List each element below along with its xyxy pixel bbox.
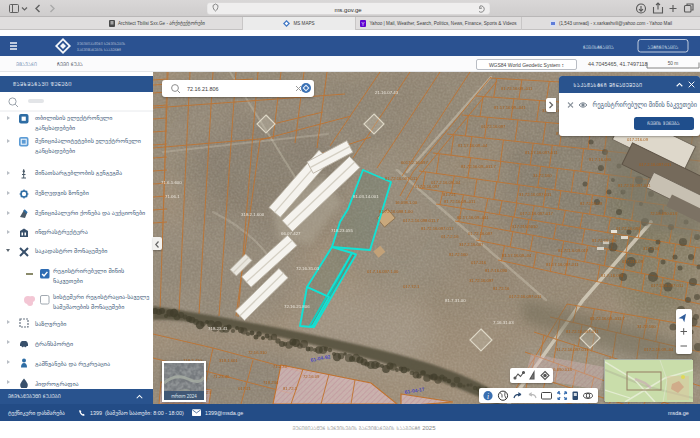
svg-text:81.72.1: 81.72.1 bbox=[283, 386, 298, 391]
svg-text:81.721.6.09.017: 81.721.6.09.017 bbox=[558, 248, 589, 253]
svg-text:81.72.16: 81.72.16 bbox=[493, 286, 510, 291]
svg-text:318.1.601: 318.1.601 bbox=[219, 358, 238, 363]
svg-text:ms.gov.ge: ms.gov.ge bbox=[334, 7, 362, 13]
svg-text:017.21: 017.21 bbox=[238, 386, 251, 391]
svg-text:81.7.31.00: 81.7.31.00 bbox=[445, 298, 466, 303]
svg-text:ᲒᲐᲜᲕᲘᲗᲐᲠᲔᲑᲘᲡ ᲡᲐᲐᲒᲔᲜᲢᲝ: ᲒᲐᲜᲕᲘᲗᲐᲠᲔᲑᲘᲡ ᲡᲐᲐᲒᲔᲜᲢᲝ bbox=[77, 47, 121, 52]
svg-text:81.17.16.09.-041: 81.17.16.09.-041 bbox=[494, 105, 526, 110]
svg-text:16.098.1.00: 16.098.1.00 bbox=[395, 200, 418, 205]
svg-text:7.16.31.03: 7.16.31.03 bbox=[493, 320, 514, 325]
svg-text:81.7.16.090: 81.7.16.090 bbox=[589, 157, 612, 162]
svg-text:017.216: 017.216 bbox=[471, 260, 487, 265]
svg-text:81.72.16.09.-011.7: 81.72.16.09.-011.7 bbox=[590, 316, 626, 321]
svg-text:ორთო 2024: ორთო 2024 bbox=[171, 393, 197, 399]
svg-text:31.72.16.097: 31.72.16.097 bbox=[469, 278, 494, 283]
svg-text:ᲛᲣᲜᲘᲪᲘᲞᲐᲚᲣᲠᲘ ᲡᲔᲠᲕᲘᲡᲔᲑᲘᲡ: ᲛᲣᲜᲘᲪᲘᲞᲐᲚᲣᲠᲘ ᲡᲔᲠᲕᲘᲡᲔᲑᲘᲡ bbox=[77, 41, 125, 46]
svg-text:718.234: 718.234 bbox=[263, 380, 279, 385]
svg-text:81.72.16.097-011: 81.72.16.097-011 bbox=[566, 329, 599, 334]
svg-text:72.16.09: 72.16.09 bbox=[303, 374, 320, 379]
svg-text:81.72.16.09.-011: 81.72.16.09.-011 bbox=[444, 199, 476, 204]
svg-text:017.216.09: 017.216.09 bbox=[622, 259, 644, 264]
svg-text:81.72.16.09.-011: 81.72.16.09.-011 bbox=[501, 86, 533, 91]
svg-text:017.216.09: 017.216.09 bbox=[627, 137, 649, 142]
svg-text:21.16.07.43: 21.16.07.43 bbox=[375, 90, 399, 95]
svg-text:81.72.16.097.017: 81.72.16.097.017 bbox=[421, 226, 454, 231]
svg-text:71.06.1: 71.06.1 bbox=[165, 194, 180, 199]
svg-text:81.17.16.09.-041: 81.17.16.09.-041 bbox=[457, 215, 489, 220]
svg-text:31.72.160: 31.72.160 bbox=[637, 324, 656, 329]
svg-text:71.23.40: 71.23.40 bbox=[213, 374, 230, 379]
svg-text:81.72.160: 81.72.160 bbox=[449, 252, 468, 257]
svg-text:01.72.16.090: 01.72.16.090 bbox=[616, 226, 641, 231]
svg-text:81.72.16.098.1.00: 81.72.16.098.1.00 bbox=[379, 209, 413, 214]
svg-text:01.72.16.097: 01.72.16.097 bbox=[468, 231, 493, 236]
svg-text:72.16.090.014: 72.16.090.014 bbox=[650, 211, 677, 216]
svg-text:31.72.160: 31.72.160 bbox=[533, 173, 552, 178]
svg-text:718.23.41: 718.23.41 bbox=[208, 326, 228, 331]
svg-text:718.23.055: 718.23.055 bbox=[331, 228, 354, 233]
svg-text:01.7.2.16: 01.7.2.16 bbox=[441, 234, 459, 239]
svg-text:317.215.6010: 317.215.6010 bbox=[512, 224, 538, 229]
svg-text:017.2.16.097: 017.2.16.097 bbox=[415, 184, 440, 189]
svg-text:81.03.14.001: 81.03.14.001 bbox=[353, 194, 379, 199]
svg-text:017.2.16.097.011: 017.2.16.097.011 bbox=[651, 283, 684, 288]
svg-text:72.16.31.03: 72.16.31.03 bbox=[296, 266, 320, 271]
svg-text:6017.2.16.097: 6017.2.16.097 bbox=[401, 160, 428, 165]
svg-text:317.2.16: 317.2.16 bbox=[643, 246, 660, 251]
svg-text:81.17.16.097-011: 81.17.16.097-011 bbox=[525, 150, 558, 155]
svg-text:81.17.16.097-011: 81.17.16.097-011 bbox=[546, 262, 579, 267]
svg-text:81.72.16.09.-011.7: 81.72.16.09.-011.7 bbox=[461, 164, 497, 169]
svg-text:01.7.16.097.1.00: 01.7.16.097.1.00 bbox=[367, 269, 399, 274]
svg-text:72.16.21.806: 72.16.21.806 bbox=[187, 85, 218, 91]
svg-text:81.7.16.090: 81.7.16.090 bbox=[601, 273, 624, 278]
svg-text:81.7.16.090: 81.7.16.090 bbox=[485, 268, 508, 273]
svg-text:017.2.16.09.-04: 017.2.16.09.-04 bbox=[644, 347, 674, 352]
svg-text:017.2.16.097.011: 017.2.16.097.011 bbox=[509, 294, 542, 299]
svg-text:81.17.16.09.-04: 81.17.16.09.-04 bbox=[502, 253, 532, 258]
svg-text:31.72.16.097.011: 31.72.16.097.011 bbox=[519, 192, 552, 197]
svg-text:72.16.310: 72.16.310 bbox=[248, 350, 267, 355]
svg-text:ᲠᲔᲒᲘᲡᲢᲠᲐᲪᲘᲐ: ᲠᲔᲒᲘᲡᲢᲠᲐᲪᲘᲐ bbox=[583, 44, 614, 50]
svg-text:ᲐᲕᲢᲝᲠᲘᲖᲐᲪᲘᲐ: ᲐᲕᲢᲝᲠᲘᲖᲐᲪᲘᲐ bbox=[648, 44, 679, 50]
svg-text:017.2.16.098.011.7: 017.2.16.098.011.7 bbox=[403, 218, 439, 223]
svg-text:81.17.16.09.-04: 81.17.16.09.-04 bbox=[458, 143, 488, 148]
svg-text:017.2.16.097.011: 017.2.16.097.011 bbox=[639, 162, 672, 167]
svg-text:72.16.21.806: 72.16.21.806 bbox=[284, 304, 310, 309]
svg-text:81.72.16.097-011: 81.72.16.097-011 bbox=[618, 183, 651, 188]
svg-text:017.72.1: 017.72.1 bbox=[403, 284, 420, 289]
svg-text:i: i bbox=[487, 391, 489, 400]
svg-text:50 m: 50 m bbox=[668, 61, 679, 66]
svg-text:017.2.16.097-017: 017.2.16.097-017 bbox=[520, 211, 554, 216]
svg-text:318.2.1.600: 318.2.1.600 bbox=[241, 212, 265, 217]
svg-text:01.72.16.097: 01.72.16.097 bbox=[481, 124, 506, 129]
svg-text:31.72.16.097.011: 31.72.16.097.011 bbox=[556, 347, 589, 352]
svg-text:66.07.427: 66.07.427 bbox=[281, 231, 301, 236]
svg-text:71.6.1.600: 71.6.1.600 bbox=[161, 180, 182, 185]
svg-text:81.72.16.090: 81.72.16.090 bbox=[592, 238, 617, 243]
svg-text:317.2.16.097: 317.2.16.097 bbox=[459, 242, 484, 247]
svg-text:81.72.16.097.011: 81.72.16.097.011 bbox=[385, 176, 418, 181]
svg-text:81.721: 81.721 bbox=[443, 192, 456, 197]
svg-text:81.72.16.09: 81.72.16.09 bbox=[580, 201, 603, 206]
svg-text:71.2.30: 71.2.30 bbox=[273, 364, 288, 369]
